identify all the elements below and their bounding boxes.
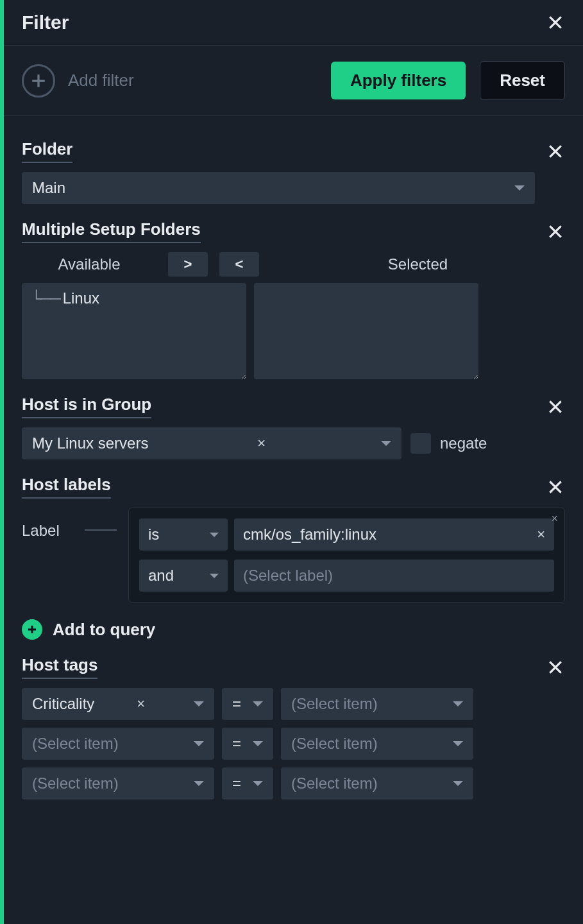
host-tag-row: Criticality × = (Select item) <box>22 688 565 720</box>
multi-folders-title: Multiple Setup Folders <box>22 219 201 243</box>
folder-title: Folder <box>22 139 72 163</box>
close-icon <box>547 14 564 31</box>
host-labels-title: Host labels <box>22 475 111 499</box>
panel-title: Filter <box>22 12 69 33</box>
tag-value-select[interactable]: (Select item) <box>281 767 473 800</box>
host-tag-row: (Select item) = (Select item) <box>22 728 565 760</box>
tag-value-select[interactable]: (Select item) <box>281 728 473 760</box>
close-panel-button[interactable] <box>546 13 565 32</box>
tag-value-select[interactable]: (Select item) <box>281 688 473 720</box>
remove-host-in-group-filter[interactable] <box>546 397 565 416</box>
move-left-button[interactable]: < <box>219 252 259 277</box>
clear-icon[interactable]: × <box>137 696 145 712</box>
host-group-value: My Linux servers <box>32 434 148 452</box>
close-icon <box>547 223 564 240</box>
tag-op-select[interactable]: = <box>222 728 273 760</box>
operator-select-is[interactable]: is <box>139 518 228 551</box>
add-to-query-button[interactable]: Add to query <box>22 619 565 640</box>
add-filter-button[interactable]: Add filter <box>22 64 317 98</box>
chevron-down-icon <box>253 741 263 746</box>
add-to-query-label: Add to query <box>53 620 155 640</box>
chevron-down-icon <box>194 781 204 786</box>
chevron-down-icon <box>253 781 263 786</box>
remove-host-tags-filter[interactable] <box>546 658 565 677</box>
move-right-button[interactable]: > <box>168 252 208 277</box>
chevron-down-icon <box>194 701 204 706</box>
available-label: Available <box>22 255 156 273</box>
reset-button[interactable]: Reset <box>480 61 565 100</box>
negate-checkbox[interactable] <box>410 433 431 454</box>
close-icon <box>547 143 564 160</box>
chevron-down-icon <box>210 533 219 537</box>
host-group-select[interactable]: My Linux servers × <box>22 427 401 459</box>
tag-op-select[interactable]: = <box>222 688 273 720</box>
label-row-label: Label <box>22 508 73 540</box>
chevron-down-icon <box>453 741 463 746</box>
clear-icon[interactable]: × <box>537 526 545 543</box>
negate-label: negate <box>440 434 487 452</box>
section-folder: Folder Main <box>22 139 565 204</box>
action-row: Add filter Apply filters Reset <box>4 46 583 116</box>
filter-panel: Filter Add filter Apply filters Reset Fo… <box>4 0 583 924</box>
host-tag-row: (Select item) = (Select item) <box>22 767 565 800</box>
chevron-down-icon <box>453 701 463 706</box>
plus-circle-icon <box>22 619 42 640</box>
panel-header: Filter <box>4 0 583 46</box>
label-value-input[interactable]: cmk/os_family:linux × <box>234 518 554 551</box>
host-in-group-title: Host is in Group <box>22 395 151 418</box>
section-host-in-group: Host is in Group My Linux servers × nega… <box>22 395 565 459</box>
apply-filters-button[interactable]: Apply filters <box>331 62 466 99</box>
clear-icon[interactable]: × <box>257 435 266 452</box>
selected-label: Selected <box>271 255 565 273</box>
remove-multi-folders-filter[interactable] <box>546 222 565 241</box>
close-icon <box>547 479 564 495</box>
section-host-tags: Host tags Criticality × = (Select item) <box>22 655 565 800</box>
chevron-down-icon <box>253 701 263 706</box>
connector-line <box>85 529 117 531</box>
tag-key-select[interactable]: (Select item) <box>22 728 214 760</box>
remove-folder-filter[interactable] <box>546 142 565 161</box>
remove-query-button[interactable]: × <box>551 512 558 526</box>
available-listbox[interactable]: Linux <box>22 283 246 379</box>
folder-value: Main <box>32 179 65 197</box>
section-multi-folders: Multiple Setup Folders Available > < Sel… <box>22 219 565 379</box>
label-query-box: × is cmk/os_family:linux × and <box>128 508 565 603</box>
chevron-down-icon <box>514 185 525 191</box>
tag-key-select[interactable]: (Select item) <box>22 767 214 800</box>
plus-circle-icon <box>22 64 55 98</box>
close-icon <box>547 398 564 415</box>
label-value-input-empty[interactable]: (Select label) <box>234 560 554 592</box>
chevron-down-icon <box>453 781 463 786</box>
chevron-down-icon <box>210 574 219 578</box>
remove-host-labels-filter[interactable] <box>546 477 565 497</box>
folder-select[interactable]: Main <box>22 172 535 204</box>
selected-listbox[interactable] <box>254 283 478 379</box>
chevron-down-icon <box>194 741 204 746</box>
close-icon <box>547 659 564 676</box>
section-host-labels: Host labels Label × is cmk/o <box>22 475 565 640</box>
tag-op-select[interactable]: = <box>222 767 273 800</box>
list-item[interactable]: Linux <box>31 289 237 307</box>
content-area: Folder Main Multiple Setup Folders Avail… <box>4 116 583 825</box>
add-filter-label: Add filter <box>68 71 134 90</box>
operator-select-and[interactable]: and <box>139 560 228 592</box>
chevron-down-icon <box>381 441 391 446</box>
tag-key-select[interactable]: Criticality × <box>22 688 214 720</box>
host-tags-title: Host tags <box>22 655 97 679</box>
